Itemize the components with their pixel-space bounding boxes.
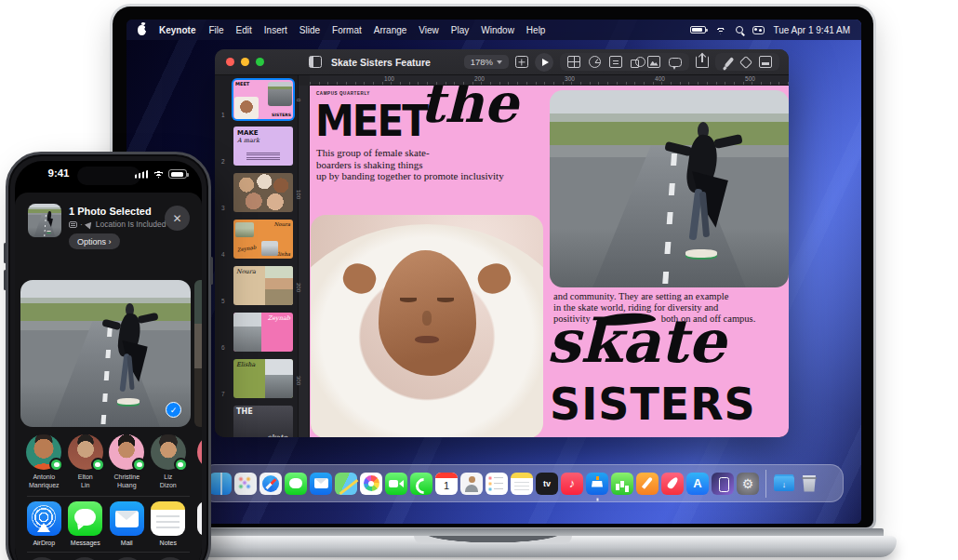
slide-footer-bold[interactable]: SISTERS — [550, 381, 756, 427]
settings-icon[interactable]: ⚙ — [737, 473, 759, 495]
reminders-icon[interactable] — [486, 473, 508, 495]
music-icon[interactable]: ♪ — [561, 473, 583, 495]
slide-intro-text[interactable]: This group of female skate- boarders is … — [316, 147, 539, 182]
close-button[interactable]: ✕ — [165, 206, 190, 231]
menu-item-arrange[interactable]: Arrange — [374, 25, 407, 35]
options-button[interactable]: Options › — [69, 233, 120, 249]
zoom-control[interactable]: 178% — [464, 55, 509, 69]
phone-icon[interactable] — [410, 473, 432, 495]
slide-footer-script[interactable]: skate — [547, 306, 725, 378]
slide-thumbnail-1[interactable]: 1 MEET SISTERS — [233, 80, 293, 119]
slide-thumbnail-2[interactable]: 2 MAKE A mark — [233, 127, 293, 166]
mail-icon[interactable] — [310, 473, 332, 495]
menu-item-format[interactable]: Format — [332, 25, 362, 35]
toolbar-animate[interactable] — [739, 56, 752, 69]
app-store-icon[interactable]: A — [686, 473, 709, 495]
slide-thumbnail-image[interactable]: Noura — [233, 266, 293, 305]
trash-icon[interactable] — [798, 473, 820, 495]
volume-down-button[interactable] — [4, 270, 7, 290]
slide-thumbnail-image[interactable]: Zeynab — [233, 313, 293, 352]
menu-item-file[interactable]: File — [208, 25, 223, 35]
toolbar-text-box[interactable] — [609, 56, 622, 68]
slide-thumbnail-image[interactable]: Noura Zeynab Elisha — [233, 220, 293, 259]
photos-icon[interactable] — [360, 473, 382, 495]
contact-liz[interactable]: LizDizon — [148, 434, 190, 490]
side-button[interactable] — [210, 257, 213, 285]
menu-datetime[interactable]: Tue Apr 1 9:41 AM — [774, 25, 850, 35]
apple-menu-icon[interactable] — [138, 25, 146, 35]
slide-thumbnail-5[interactable]: 5 Noura — [233, 266, 293, 305]
slide-kicker[interactable]: CAMPUS QUARTERLY — [316, 91, 370, 96]
slide-headline-bold[interactable]: MEET — [315, 100, 427, 142]
toolbar-media[interactable] — [647, 56, 660, 68]
menu-item-view[interactable]: View — [419, 25, 439, 35]
slide-thumbnail-image[interactable]: Elisha — [233, 359, 293, 398]
toolbar-format[interactable] — [725, 57, 735, 68]
slide-thumbnail-4[interactable]: 4 Noura Zeynab Elisha — [233, 220, 293, 259]
rocket-icon[interactable] — [661, 473, 684, 495]
downloads-icon[interactable]: ↓ — [773, 473, 795, 495]
messages-icon[interactable] — [285, 473, 307, 495]
menubar-control-center[interactable] — [752, 26, 765, 34]
share-button[interactable] — [696, 56, 709, 68]
tv-icon[interactable]: tv — [536, 473, 558, 495]
pages-icon[interactable] — [636, 473, 659, 495]
menu-item-insert[interactable]: Insert — [264, 25, 287, 35]
menubar-wifi[interactable] — [715, 26, 726, 34]
menubar-search[interactable] — [736, 26, 743, 33]
iphone-mirroring-icon[interactable] — [712, 473, 734, 495]
toolbar-comment[interactable] — [669, 58, 682, 67]
menu-item-slide[interactable]: Slide — [299, 25, 320, 35]
slide-headline-script[interactable]: the — [419, 86, 518, 134]
toolbar-chart[interactable] — [589, 56, 601, 68]
selected-photo[interactable]: ✓ — [20, 280, 191, 427]
launchpad-icon[interactable] — [234, 473, 257, 495]
share-app-notes[interactable]: Notes — [148, 501, 190, 546]
calendar-icon[interactable]: 1 — [435, 473, 458, 495]
contact-elton[interactable]: EltonLin — [65, 434, 107, 490]
slide-thumbnail-3[interactable]: 3 — [233, 173, 293, 212]
play-button[interactable] — [535, 53, 553, 72]
share-app-airdrop[interactable]: AirDrop — [23, 501, 65, 546]
numbers-icon[interactable] — [611, 473, 633, 495]
slide-thumbnail-8[interactable]: 8 THE skate — [233, 406, 293, 437]
contacts-icon[interactable] — [460, 473, 483, 495]
add-slide-button[interactable] — [515, 56, 528, 68]
finder-icon[interactable] — [209, 473, 232, 495]
keynote-icon[interactable] — [586, 473, 608, 495]
slide-thumbnail-image[interactable]: MAKE A mark — [233, 127, 293, 166]
volume-up-button[interactable] — [4, 243, 7, 263]
share-app-mail[interactable]: Mail — [106, 501, 148, 546]
menu-item-play[interactable]: Play — [451, 25, 469, 35]
share-app-messages[interactable]: Messages — [65, 501, 107, 546]
toolbar-table[interactable] — [567, 56, 580, 68]
view-sidebar-icon[interactable] — [309, 56, 322, 68]
menu-item-help[interactable]: Help — [526, 25, 546, 35]
slide-thumbnail-image[interactable] — [233, 173, 293, 212]
menu-item-edit[interactable]: Edit — [236, 25, 252, 35]
notes-icon[interactable] — [511, 473, 533, 495]
menu-item-window[interactable]: Window — [481, 25, 514, 35]
zoom-window-button[interactable] — [256, 58, 264, 66]
close-window-button[interactable] — [226, 58, 234, 66]
facetime-icon[interactable] — [385, 473, 407, 495]
maps-icon[interactable] — [335, 473, 357, 495]
slide-thumbnail-image[interactable]: MEET SISTERS — [233, 80, 293, 119]
menu-app-name[interactable]: Keynote — [159, 25, 195, 35]
slide-photo-skater[interactable] — [550, 90, 789, 287]
menubar-battery[interactable] — [690, 26, 706, 33]
contact-christine[interactable]: ChristineHuang — [106, 434, 148, 490]
slide-photo-portrait[interactable] — [311, 215, 543, 437]
minimize-window-button[interactable] — [241, 58, 249, 66]
safari-icon[interactable] — [259, 473, 282, 495]
slide-thumbnail-6[interactable]: 6 Zeynab — [233, 313, 293, 352]
slide-thumbnail-7[interactable]: 7 Elisha — [233, 359, 293, 398]
toolbar-document[interactable] — [759, 56, 772, 68]
slide-thumbnail-image[interactable]: THE skate — [233, 406, 293, 437]
app-label: Notes — [160, 540, 177, 546]
contact-antonio[interactable]: AntonioManriquez — [23, 434, 65, 490]
next-photo-partial[interactable] — [194, 280, 202, 427]
toolbar-shape[interactable] — [631, 60, 639, 68]
separator-icon[interactable] — [765, 470, 766, 498]
share-app-partial[interactable] — [197, 501, 202, 536]
